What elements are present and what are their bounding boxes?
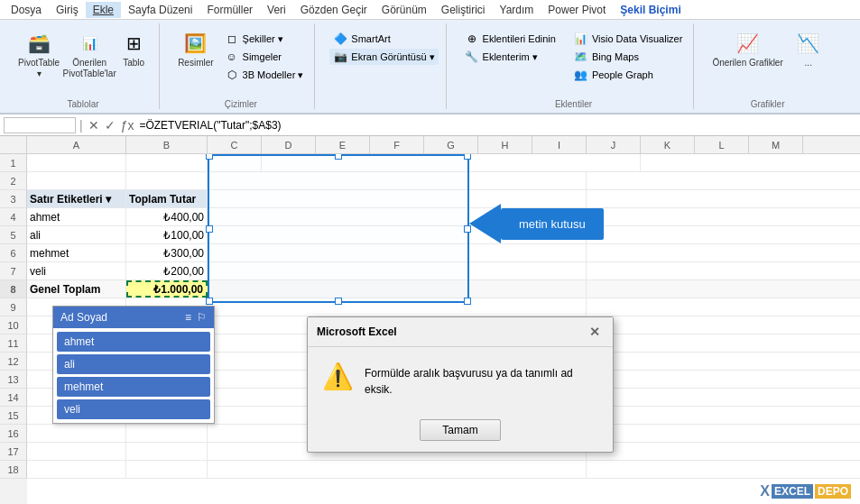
col-header-h[interactable]: H: [478, 136, 532, 153]
row-num-16[interactable]: 16: [0, 425, 27, 443]
ribbon-btn-smartart[interactable]: 🔷 SmartArt: [329, 31, 438, 47]
col-header-c[interactable]: C: [208, 136, 262, 153]
ribbon-btn-people-graph[interactable]: 👥 People Graph: [570, 67, 686, 83]
insert-function-btn[interactable]: ƒx: [119, 118, 136, 133]
slicer-item-veli[interactable]: veli: [57, 399, 210, 419]
cancel-formula-btn[interactable]: ✕: [87, 118, 101, 133]
cell-b2[interactable]: [126, 172, 208, 189]
slicer-item-ali[interactable]: ali: [57, 354, 210, 374]
name-box[interactable]: [4, 117, 76, 133]
row-num-2[interactable]: 2: [0, 172, 27, 190]
arrow-shape[interactable]: metin kutusu: [469, 204, 604, 243]
formula-input[interactable]: =ÖZETVERIAL("Tutar";$A$3): [139, 119, 856, 132]
row-num-15[interactable]: 15: [0, 407, 27, 425]
menu-ekle[interactable]: Ekle: [86, 2, 121, 18]
cell-b1[interactable]: [126, 154, 208, 171]
cell-b3[interactable]: Toplam Tutar: [126, 190, 208, 207]
cell-c1[interactable]: [208, 154, 262, 171]
row-num-5[interactable]: 5: [0, 226, 27, 244]
ribbon-btn-onerilen-pivottable[interactable]: 📊 Önerilen PivotTable'lar: [67, 27, 112, 81]
menu-sayfa-duzeni[interactable]: Sayfa Düzeni: [121, 2, 199, 18]
menu-formuller[interactable]: Formüller: [199, 2, 260, 18]
menu-sekil-bicimi[interactable]: Şekil Biçimi: [613, 2, 688, 18]
cell-a6[interactable]: mehmet: [27, 244, 126, 261]
row-num-3[interactable]: 3: [0, 190, 27, 208]
cell-a4[interactable]: ahmet: [27, 208, 126, 225]
cell-a17[interactable]: [27, 443, 126, 460]
ribbon-btn-grafik2[interactable]: 📉 ...: [791, 27, 827, 70]
row-num-4[interactable]: 4: [0, 208, 27, 226]
col-header-a[interactable]: A: [27, 136, 126, 153]
menu-goruntum[interactable]: Görünüm: [375, 2, 434, 18]
ribbon-btn-pivottable[interactable]: 🗃️ PivotTable▾: [14, 27, 63, 81]
row-num-7[interactable]: 7: [0, 262, 27, 280]
cell-rest-2[interactable]: [208, 172, 587, 189]
cell-b7[interactable]: ₺200,00: [126, 262, 208, 279]
col-header-m[interactable]: M: [749, 136, 803, 153]
col-header-d[interactable]: D: [262, 136, 316, 153]
cell-b8[interactable]: ₺1.000,00: [126, 280, 208, 298]
row-num-18[interactable]: 18: [0, 461, 27, 479]
cell-rest-18[interactable]: [208, 461, 587, 478]
slicer-clear-icon[interactable]: ⚐: [197, 311, 207, 324]
ribbon-btn-sekiller[interactable]: ◻ Şekiller ▾: [221, 31, 308, 47]
dialog-close-btn[interactable]: ✕: [586, 323, 604, 341]
ribbon-btn-visio[interactable]: 📊 Visio Data Visualizer: [570, 31, 686, 47]
ribbon-btn-3b-modeller[interactable]: ⬡ 3B Modeller ▾: [221, 67, 308, 83]
dialog-ok-btn[interactable]: Tamam: [420, 419, 500, 441]
cell-rest-1[interactable]: [262, 154, 641, 171]
row-num-12[interactable]: 12: [0, 353, 27, 371]
row-num-6[interactable]: 6: [0, 244, 27, 262]
ribbon-btn-tablo[interactable]: ⊞ Tablo: [116, 27, 152, 70]
col-header-g[interactable]: G: [424, 136, 478, 153]
ribbon-btn-resimler[interactable]: 🖼️ Resimler: [174, 27, 217, 70]
cell-b5[interactable]: ₺100,00: [126, 226, 208, 243]
cell-rest-8[interactable]: [208, 280, 587, 298]
ribbon-btn-eklenterim[interactable]: 🔧 Eklenterim ▾: [461, 49, 559, 65]
confirm-formula-btn[interactable]: ✓: [103, 118, 117, 133]
menu-gozden-gecir[interactable]: Gözden Geçir: [293, 2, 375, 18]
row-num-11[interactable]: 11: [0, 334, 27, 353]
cell-b16[interactable]: [126, 425, 208, 442]
cell-b6[interactable]: ₺300,00: [126, 244, 208, 261]
menu-dosya[interactable]: Dosya: [4, 2, 49, 18]
ribbon-btn-onerilen-grafikler[interactable]: 📈 Önerilen Grafikler: [708, 27, 786, 70]
ribbon-btn-bing-maps[interactable]: 🗺️ Bing Maps: [570, 49, 686, 65]
cell-a3[interactable]: Satır Etiketleri ▾: [27, 190, 126, 207]
row-num-9[interactable]: 9: [0, 298, 27, 316]
menu-veri[interactable]: Veri: [260, 2, 293, 18]
menu-power-pivot[interactable]: Power Pivot: [541, 2, 613, 18]
slicer-item-mehmet[interactable]: mehmet: [57, 377, 210, 397]
ribbon-btn-ekran-goruntusu[interactable]: 📷 Ekran Görüntüsü ▾: [329, 49, 438, 65]
menu-giris[interactable]: Giriş: [49, 2, 86, 18]
col-header-i[interactable]: I: [532, 136, 587, 153]
col-header-j[interactable]: J: [587, 136, 641, 153]
col-header-b[interactable]: B: [126, 136, 208, 153]
cell-a16[interactable]: [27, 425, 126, 442]
cell-rest-7[interactable]: [208, 262, 587, 279]
col-header-e[interactable]: E: [316, 136, 370, 153]
menu-yardim[interactable]: Yardım: [493, 2, 541, 18]
cell-b17[interactable]: [126, 443, 208, 460]
cell-rest-6[interactable]: [208, 244, 587, 261]
row-num-13[interactable]: 13: [0, 371, 27, 389]
cell-b18[interactable]: [126, 461, 208, 478]
slicer-item-ahmet[interactable]: ahmet: [57, 332, 210, 352]
row-num-17[interactable]: 17: [0, 443, 27, 461]
cell-a8[interactable]: Genel Toplam: [27, 280, 126, 298]
ribbon-btn-eklentileri-edinin[interactable]: ⊕ Eklentileri Edinin: [461, 31, 559, 47]
slicer-filter-icon[interactable]: ≡: [185, 311, 191, 324]
menu-gelistirici[interactable]: Geliştirici: [434, 2, 493, 18]
row-num-14[interactable]: 14: [0, 389, 27, 407]
cell-a2[interactable]: [27, 172, 126, 189]
col-header-k[interactable]: K: [641, 136, 695, 153]
row-num-8[interactable]: 8: [0, 280, 27, 298]
cell-rest-9[interactable]: [208, 298, 587, 316]
cell-b4[interactable]: ₺400,00: [126, 208, 208, 225]
cell-a7[interactable]: veli: [27, 262, 126, 279]
row-num-10[interactable]: 10: [0, 316, 27, 334]
col-header-l[interactable]: L: [695, 136, 749, 153]
cell-a18[interactable]: [27, 461, 126, 478]
cell-a1[interactable]: [27, 154, 126, 171]
cell-a5[interactable]: ali: [27, 226, 126, 243]
